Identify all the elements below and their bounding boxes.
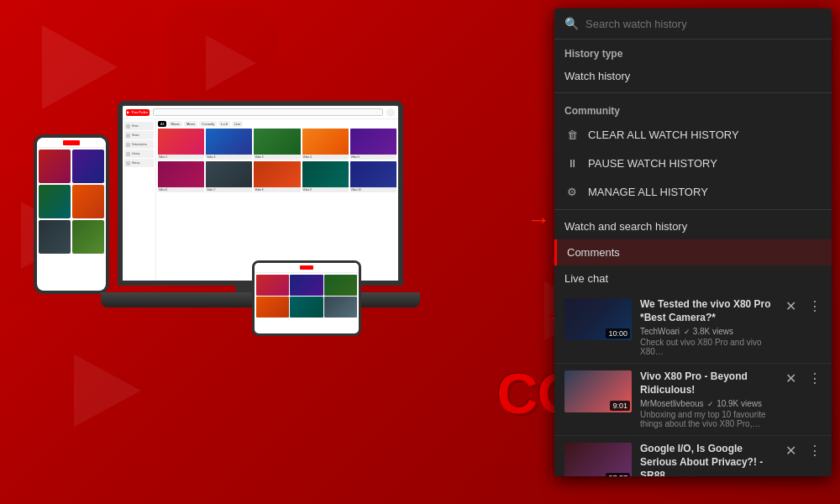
yt-header: ▶ YouTube: [123, 106, 398, 119]
phone-screen-left: [37, 138, 106, 291]
yt-sidebar-laptop: Home Shorts Subscriptions Library: [123, 119, 156, 281]
video-item-2: 9:01 Vivo X80 Pro - Beyond Ridiculous! M…: [554, 364, 832, 436]
video-title-3: Google I/O, Is Google Serious About Priv…: [640, 443, 777, 476]
phone-header-right: [255, 263, 359, 273]
chip-lofi: Lo-fi: [218, 121, 230, 127]
yt-ui-laptop: ▶ YouTube Home Shorts: [123, 106, 398, 281]
history-type-label: History type: [554, 39, 832, 63]
comments-arrow: →: [527, 207, 550, 234]
phone-video-4: [72, 185, 104, 218]
phone-header-left: [37, 138, 106, 148]
yt-filter-chips: All Music Mixes Comedy Lo-fi Live: [158, 121, 396, 127]
pause-watch-history-button[interactable]: ⏸ PAUSE WATCH HISTORY: [554, 149, 832, 177]
yt-logo-laptop: ▶ YouTube: [126, 109, 150, 116]
video-more-2[interactable]: ⋮: [808, 370, 822, 386]
laptop-screen: ▶ YouTube Home Shorts: [118, 101, 403, 286]
search-icon: 🔍: [564, 17, 579, 30]
search-watch-history-input[interactable]: [585, 18, 822, 30]
yt-dropdown-panel: 🔍 History type Watch history Community 🗑…: [554, 8, 832, 476]
live-chat-label: Live chat: [564, 272, 608, 285]
video-title-1: We Tested the vivo X80 Pro *Best Camera?…: [640, 298, 777, 324]
comments-history-item[interactable]: Comments: [554, 239, 832, 265]
verified-icon-1: ✓: [684, 328, 690, 336]
phone-video-5: [39, 220, 71, 254]
manage-all-history-button[interactable]: ⚙ MANAGE ALL HISTORY: [554, 177, 832, 206]
yt-card-9: Video 9: [302, 161, 349, 192]
comments-label: Comments: [567, 246, 620, 259]
video-title-2: Vivo X80 Pro - Beyond Ridiculous!: [640, 370, 777, 396]
phone-rv-5: [290, 297, 323, 318]
phone-right: [252, 260, 361, 336]
phone-screen-right: [255, 263, 359, 333]
video-duration-3: 37:57: [606, 473, 630, 476]
watch-search-label: Watch and search history: [564, 220, 687, 233]
video-channel-2: MrMosetlivbeous ✓ 10.9K views: [640, 399, 777, 408]
yt-body: Home Shorts Subscriptions Library: [123, 119, 398, 281]
phone-rv-3: [324, 275, 357, 296]
verified-icon-2: ✓: [707, 400, 714, 408]
yt-card-4: Video 4: [302, 129, 349, 160]
video-thumb-2: 9:01: [564, 370, 632, 412]
live-chat-item[interactable]: Live chat: [554, 265, 832, 291]
yt-sidebar-home: Home: [124, 122, 154, 130]
yt-search-bar: [153, 108, 383, 116]
watch-history-item[interactable]: Watch history: [554, 63, 832, 89]
phone-video-3: [39, 185, 71, 218]
yt-video-grid: Video 1 Video 2 Video 3 Video 4 Video 5 …: [158, 129, 396, 192]
devices-container: ▶ YouTube Home Shorts: [0, 67, 470, 487]
yt-card-8: Video 8: [254, 161, 300, 192]
video-item-3: 37:57 Google I/O, Is Google Serious Abou…: [554, 436, 832, 476]
chip-live: Live: [232, 121, 243, 127]
chip-all: All: [158, 121, 166, 127]
video-duration-1: 10:00: [606, 328, 630, 339]
video-info-2: Vivo X80 Pro - Beyond Ridiculous! MrMose…: [640, 370, 777, 428]
yt-sidebar-history: History: [124, 159, 154, 167]
phone-video-1: [39, 150, 71, 183]
phone-rv-2: [290, 275, 323, 296]
yt-card-3: Video 3: [254, 129, 300, 160]
video-close-2[interactable]: ✕: [785, 370, 796, 386]
yt-sidebar-library: Library: [124, 150, 154, 158]
watch-history-label: Watch history: [564, 70, 630, 82]
video-more-3[interactable]: ⋮: [808, 443, 822, 459]
sub-icon-laptop: [126, 143, 130, 147]
video-thumb-1: 10:00: [564, 298, 632, 340]
video-thumb-3: 37:57: [564, 443, 632, 476]
panel-divider-1: [554, 92, 832, 93]
panel-divider-2: [554, 209, 832, 210]
chip-comedy: Comedy: [199, 121, 217, 127]
video-desc-2: Unboxing and my top 10 favourite things …: [640, 410, 777, 428]
trash-icon: 🗑: [564, 127, 580, 142]
history-icon-laptop: [126, 161, 130, 165]
settings-icon: ⚙: [564, 184, 580, 199]
phone-video-6: [72, 220, 104, 254]
chip-music: Music: [168, 121, 181, 127]
video-history-list: 10:00 We Tested the vivo X80 Pro *Best C…: [554, 291, 832, 476]
video-duration-2: 9:01: [610, 401, 630, 411]
phone-right-grid: [255, 273, 359, 319]
video-close-3[interactable]: ✕: [785, 443, 796, 459]
yt-card-6: Video 6: [158, 161, 204, 192]
video-item-1: 10:00 We Tested the vivo X80 Pro *Best C…: [554, 291, 832, 364]
chip-mixes: Mixes: [184, 121, 197, 127]
pause-icon: ⏸: [564, 155, 580, 171]
clear-all-history-button[interactable]: 🗑 CLEAR ALL WATCH HISTORY: [554, 120, 832, 149]
watch-search-history-item[interactable]: Watch and search history: [554, 213, 832, 239]
shorts-icon-laptop: [126, 134, 130, 138]
community-label: Community: [554, 97, 832, 120]
video-views-1: 3.8K views: [693, 327, 733, 336]
video-desc-1: Check out vivo X80 Pro and vivo X80 http…: [640, 338, 777, 356]
yt-card-10: Video 10: [350, 161, 396, 192]
yt-main-content: All Music Mixes Comedy Lo-fi Live Video …: [156, 119, 398, 281]
yt-avatar-laptop: [386, 108, 395, 117]
phone-yt-logo-right: [300, 265, 313, 270]
phone-yt-logo: [63, 140, 80, 145]
yt-sidebar-shorts: Shorts: [124, 131, 154, 139]
phone-rv-4: [256, 297, 289, 318]
phone-video-grid: [37, 148, 106, 255]
video-channel-1: TechWoari ✓ 3.8K views: [640, 327, 777, 336]
video-more-1[interactable]: ⋮: [808, 298, 822, 314]
clear-all-label: CLEAR ALL WATCH HISTORY: [588, 129, 739, 141]
library-icon-laptop: [126, 152, 130, 156]
video-close-1[interactable]: ✕: [785, 298, 796, 314]
